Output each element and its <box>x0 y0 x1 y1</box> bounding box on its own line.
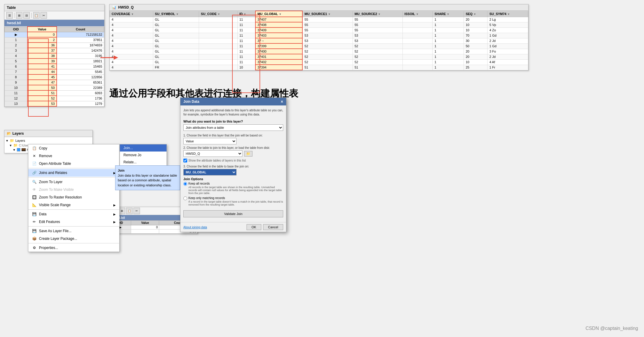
sort-arrow: ▼ <box>378 13 381 16</box>
hwsd-title: HWSD_Q <box>118 5 134 9</box>
small-toolbar-btn-4[interactable]: ✂ <box>133 208 140 214</box>
small-toolbar-btn-3[interactable]: 📋 <box>126 208 133 214</box>
hwsd-cell: 52 <box>353 59 402 65</box>
row-marker: 11 <box>5 90 27 96</box>
toolbar-btn-2[interactable]: ⊞ <box>16 12 22 19</box>
submenu-remove-join[interactable]: Remove Jo <box>120 152 167 159</box>
join-type-select[interactable]: Join attributes from a table <box>183 124 283 131</box>
hwsd-cell <box>199 33 237 38</box>
hwsd-cell: 4 <box>110 65 153 70</box>
about-joining-link[interactable]: About joining data <box>183 226 207 229</box>
red-arrow-right <box>100 53 118 63</box>
table-row: 2 36 1874659 <box>5 43 104 48</box>
hwsd-cell: 25 <box>464 65 488 70</box>
hwsd-cell: 1 <box>433 33 464 38</box>
join-tooltip: Join Join data to this layer or standalo… <box>115 165 180 190</box>
row-marker: 7 <box>5 69 27 74</box>
keep-all-radio[interactable] <box>183 182 187 186</box>
table-row: 12 52 1736 <box>5 96 104 101</box>
hwsd-cell: 4 <box>110 27 153 33</box>
ok-btn[interactable]: OK <box>247 224 261 230</box>
hwsd-cell: GL <box>153 22 199 27</box>
hwsd-col-header: SU_SYM74▼ <box>488 11 528 17</box>
step3-field-select[interactable]: MU_GLOBAL <box>183 169 237 175</box>
validate-join-btn[interactable]: Validate Join <box>183 210 283 217</box>
row-value: 41 <box>27 64 57 69</box>
data-submenu-arrow: ▶ <box>113 213 116 216</box>
toolbar-btn-5[interactable]: ✂ <box>40 12 47 19</box>
toolbar-btn-4[interactable]: 📋 <box>33 12 40 19</box>
save-layer-icon: 💾 <box>32 229 37 233</box>
hwsd-row: 4GL113740353531701 Gd <box>110 33 528 38</box>
hwsd-cell: 51 <box>302 65 353 70</box>
table-row: 6 41 15465 <box>5 64 104 69</box>
table-row: 5 39 18921 <box>5 58 104 64</box>
menu-properties[interactable]: ⚙ Properties... <box>28 244 119 252</box>
toolbar-btn-3[interactable]: ⊟ <box>23 12 30 19</box>
row-marker: 2 <box>5 43 27 48</box>
hwsd-cell <box>402 54 433 59</box>
dialog-description: Join lets you append additional data to … <box>183 108 283 117</box>
hwsd-cell <box>199 65 237 70</box>
join-options: Keep all records All records in the targ… <box>183 182 283 206</box>
menu-scale-range[interactable]: 📐 Visible Scale Range ▶ <box>28 201 119 209</box>
menu-sep-1 <box>28 168 119 168</box>
hwsd-cell: 50 <box>464 43 488 49</box>
table-row: ▶ 0 712158132 <box>5 32 104 37</box>
keep-matching-radio[interactable] <box>183 196 187 200</box>
hwsd-col-header: ISSOIL▼ <box>402 11 433 17</box>
submenu-relate[interactable]: Relate... <box>120 159 167 166</box>
hwsd-cell: 2 Lg <box>488 17 528 22</box>
keep-all-label: Keep all records <box>188 182 283 185</box>
layer-checkbox[interactable] <box>17 148 20 152</box>
zoom-visible-icon: 👁 <box>32 187 37 192</box>
scale-range-icon: 📐 <box>32 203 37 207</box>
watermark: CSDN @captain_keating <box>586 326 638 331</box>
hwsd-cell: GL <box>153 17 199 22</box>
row-value: 0 <box>27 32 57 37</box>
layers-label: Layers <box>15 139 25 142</box>
menu-data[interactable]: 💾 Data ▶ <box>28 210 119 218</box>
hwsd-cell <box>402 65 433 70</box>
hwsd-cell: 11 <box>237 59 255 65</box>
menu-zoom-visible-label: Zoom To Make Visible <box>39 188 74 192</box>
row-count: 712158132 <box>57 32 104 37</box>
submenu-join[interactable]: Join... <box>120 144 167 152</box>
cancel-btn[interactable]: Cancel <box>263 224 283 230</box>
table-row: 8 45 122856 <box>5 74 104 80</box>
hwsd-cell <box>402 27 433 33</box>
step2-table-select[interactable]: HWSD_Q <box>183 150 242 157</box>
menu-open-attr[interactable]: 📄 Open Attribute Table <box>28 160 119 167</box>
menu-remove[interactable]: ✕ Remove <box>28 152 119 160</box>
sort-arrow: ▼ <box>244 13 246 16</box>
menu-save-layer[interactable]: 💾 Save As Layer File... <box>28 227 119 235</box>
row-count: 18921 <box>57 58 104 64</box>
dialog-close-btn[interactable]: × <box>281 99 283 104</box>
menu-copy[interactable]: 📋 Copy <box>28 144 119 152</box>
menu-create-pkg[interactable]: 📦 Create Layer Package... <box>28 235 119 242</box>
menu-joins[interactable]: 🔗 Joins and Relates ▶ <box>28 169 119 177</box>
layers-title-text: Layers <box>12 131 24 136</box>
context-menu: 📋 Copy ✕ Remove 📄 Open Attribute Table 🔗… <box>28 144 120 252</box>
menu-properties-label: Properties... <box>39 246 58 250</box>
step1-field-select[interactable]: Value <box>183 138 237 144</box>
hwsd-cell: 20 <box>464 54 488 59</box>
hwsd-cell: 4 <box>110 22 153 27</box>
step2-label: 2. Choose the table to join to this laye… <box>183 146 283 149</box>
hwsd-cell: 37401 <box>255 54 302 59</box>
row-count: 122856 <box>57 74 104 80</box>
toolbar-btn-1[interactable]: ☰ <box>6 12 13 19</box>
small-toolbar-btn-2[interactable]: ⊞ <box>119 208 125 214</box>
expand-icon: ▼ <box>6 139 9 142</box>
sort-arrow: ▼ <box>279 13 282 16</box>
hwsd-cell: 52 <box>302 54 353 59</box>
expand-icon-2: ▼ <box>9 144 12 147</box>
tree-item-layers[interactable]: ▼ 📁 Layers <box>6 138 91 143</box>
browse-btn[interactable]: 📁 <box>244 151 252 157</box>
menu-edit[interactable]: ✏ Edit Features ▶ <box>28 218 119 226</box>
menu-zoom-raster[interactable]: 🔲 Zoom To Raster Resolution <box>28 193 119 201</box>
hwsd-cell: 4 Zo <box>488 27 528 33</box>
hwsd-cell: 4 <box>110 43 153 49</box>
menu-zoom-layer[interactable]: 🔍 Zoom To Layer <box>28 178 119 186</box>
step2-checkbox[interactable] <box>183 159 187 162</box>
